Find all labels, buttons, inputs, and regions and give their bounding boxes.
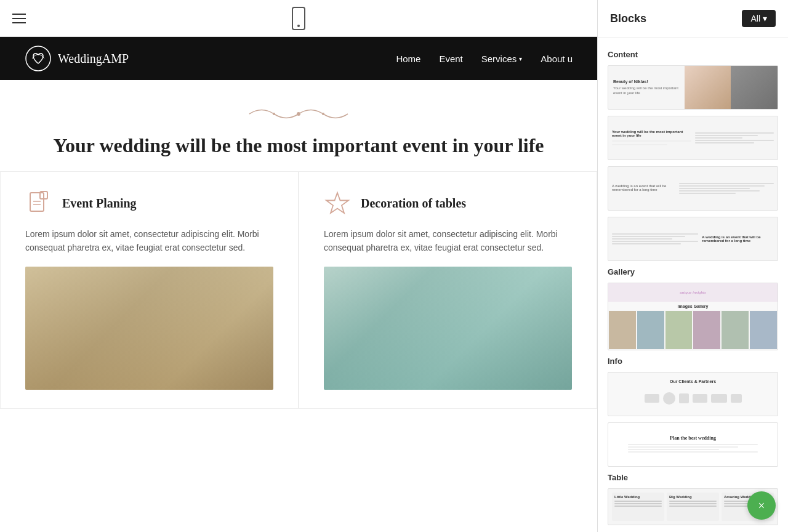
svg-point-2 bbox=[273, 113, 275, 115]
hero-ornament bbox=[243, 105, 354, 123]
logo-icon bbox=[25, 45, 52, 72]
nav-link-home[interactable]: Home bbox=[396, 54, 420, 64]
document-icon bbox=[25, 190, 52, 217]
main-area: WeddingAMP Home Event Services ▾ About u… bbox=[0, 0, 597, 532]
cards-section: Event Planing Lorem ipsum dolor sit amet… bbox=[0, 171, 597, 409]
block-thumb-1[interactable]: Beauty of Niklas! Your wedding will be t… bbox=[608, 65, 778, 110]
nav-logo[interactable]: WeddingAMP bbox=[25, 45, 129, 72]
card-image-1 bbox=[25, 267, 273, 390]
panel-title: Blocks bbox=[610, 12, 646, 25]
section-label-table: Table bbox=[608, 473, 778, 482]
section-label-content: Content bbox=[608, 50, 778, 59]
svg-point-1 bbox=[297, 112, 300, 116]
filter-dropdown-arrow: ▾ bbox=[763, 14, 767, 23]
card-event-planning: Event Planing Lorem ipsum dolor sit amet… bbox=[0, 171, 299, 409]
block-thumb-2[interactable]: Your wedding will be the most important … bbox=[608, 116, 778, 160]
svg-marker-8 bbox=[326, 193, 348, 213]
block-thumb-gallery[interactable]: unique insights Images Gallery bbox=[608, 283, 778, 350]
logo-text: WeddingAMP bbox=[58, 52, 129, 66]
nav-link-event[interactable]: Event bbox=[439, 54, 462, 64]
block-thumb-info-2[interactable]: Plan the best wedding bbox=[608, 422, 778, 467]
section-label-gallery: Gallery bbox=[608, 267, 778, 276]
toolbar bbox=[0, 0, 597, 37]
card-image-2 bbox=[324, 267, 572, 390]
card-title-2: Decoration of tables bbox=[361, 196, 466, 211]
hero-title: Your wedding will be the most important … bbox=[37, 133, 560, 159]
section-label-info: Info bbox=[608, 357, 778, 366]
nav-bar: WeddingAMP Home Event Services ▾ About u bbox=[0, 37, 597, 80]
card-text-1: Lorem ipsum dolor sit amet, consectetur … bbox=[25, 227, 273, 255]
card-text-2: Lorem ipsum dolor sit amet, consectetur … bbox=[324, 227, 572, 255]
hero-section: Your wedding will be the most important … bbox=[0, 80, 597, 171]
card-header-2: Decoration of tables bbox=[324, 190, 572, 217]
block-thumb-3[interactable]: A wedding is an event that will be remem… bbox=[608, 166, 778, 211]
svg-point-0 bbox=[26, 46, 50, 71]
card-decoration: Decoration of tables Lorem ipsum dolor s… bbox=[299, 171, 597, 409]
block-thumb-info-1[interactable]: Our Clients & Partners bbox=[608, 372, 778, 416]
svg-point-3 bbox=[322, 113, 324, 115]
hamburger-menu[interactable] bbox=[12, 14, 26, 23]
website-preview: WeddingAMP Home Event Services ▾ About u… bbox=[0, 37, 597, 532]
card-title-1: Event Planing bbox=[62, 196, 137, 211]
svg-rect-4 bbox=[30, 193, 44, 211]
panel-header: Blocks All ▾ bbox=[598, 0, 788, 38]
nav-link-services[interactable]: Services ▾ bbox=[481, 54, 523, 64]
card-header-1: Event Planing bbox=[25, 190, 273, 217]
filter-all-button[interactable]: All ▾ bbox=[742, 10, 776, 27]
nav-link-about[interactable]: About u bbox=[541, 54, 573, 64]
star-icon bbox=[324, 190, 351, 217]
block-thumb-4[interactable]: A wedding is an event that will be remem… bbox=[608, 217, 778, 261]
device-phone-icon[interactable] bbox=[292, 7, 305, 30]
panel-content: Content Beauty of Niklas! Your wedding w… bbox=[598, 38, 788, 532]
right-panel: Blocks All ▾ Content Beauty of Niklas! Y… bbox=[597, 0, 788, 532]
close-button[interactable]: × bbox=[747, 491, 776, 520]
nav-links: Home Event Services ▾ About u bbox=[396, 54, 573, 64]
services-dropdown-arrow: ▾ bbox=[519, 55, 522, 62]
